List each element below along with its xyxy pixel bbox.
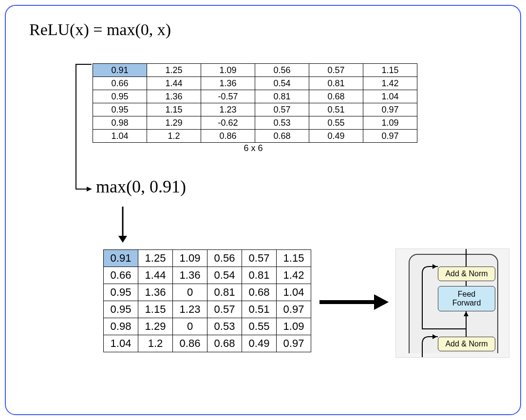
add-norm-block-top: Add & Norm (438, 267, 495, 281)
matrix-cell: 0.81 (255, 90, 309, 103)
add-norm-block-bottom: Add & Norm (438, 337, 495, 351)
output-matrix-6x6: 0.911.251.090.560.571.150.661.441.360.54… (103, 249, 311, 352)
matrix-cell: 1.25 (147, 64, 201, 77)
matrix-cell: 0.49 (242, 335, 277, 352)
matrix-cell: 1.29 (138, 318, 173, 335)
matrix-cell: -0.57 (201, 90, 255, 103)
feed-forward-label: Feed Forward (452, 290, 481, 308)
matrix-cell: 0.57 (207, 301, 242, 318)
matrix-cell: 0 (173, 318, 207, 335)
matrix-cell: 1.23 (173, 301, 207, 318)
matrix-cell: 0.68 (255, 130, 309, 143)
matrix-cell: 0.97 (277, 301, 311, 318)
matrix-cell: 1.23 (201, 103, 255, 116)
matrix-cell: 0.55 (242, 318, 277, 335)
matrix-cell: 1.09 (363, 116, 417, 130)
matrix-cell: 0.81 (207, 284, 242, 301)
matrix-cell: 1.04 (93, 130, 147, 143)
bracket-connector (74, 63, 94, 191)
matrix-cell: 0.56 (255, 64, 309, 77)
matrix-cell: 0.53 (207, 318, 242, 335)
matrix-cell: 1.36 (138, 284, 173, 301)
matrix-cell: 0.49 (309, 130, 363, 143)
matrix-cell: 1.09 (277, 318, 311, 335)
matrix-cell: 1.25 (138, 250, 173, 267)
matrix-cell: 1.15 (147, 103, 201, 116)
matrix-cell: 0.86 (173, 335, 207, 352)
matrix-cell: 1.04 (363, 90, 417, 103)
matrix-cell: 0.81 (309, 77, 363, 90)
matrix-cell: 0.81 (242, 267, 277, 284)
matrix-cell: 1.2 (147, 130, 201, 143)
right-arrow-icon (318, 292, 391, 312)
matrix-cell: 1.36 (147, 90, 201, 103)
input-matrix-6x6: 0.911.251.090.560.571.150.661.441.360.54… (93, 63, 417, 143)
matrix-cell: 1.36 (201, 77, 255, 90)
matrix-cell: 0.66 (104, 267, 138, 284)
matrix-cell: 0.97 (363, 130, 417, 143)
matrix-cell: 1.2 (138, 335, 173, 352)
matrix-cell: 0.56 (207, 250, 242, 267)
matrix-dims-label: 6 x 6 (93, 143, 414, 153)
matrix-cell: 0.57 (255, 103, 309, 116)
relu-explainer-card: ReLU(x) = max(0, x) 0.911.251.090.560.57… (5, 5, 521, 415)
matrix-cell: 0.51 (242, 301, 277, 318)
matrix-cell: 1.04 (104, 335, 138, 352)
matrix-cell: -0.62 (201, 116, 255, 130)
matrix-cell: 0 (173, 284, 207, 301)
matrix-cell: 0.98 (93, 116, 147, 130)
matrix-cell: 0.91 (104, 250, 138, 267)
matrix-cell: 0.55 (309, 116, 363, 130)
matrix-cell: 0.97 (277, 335, 311, 352)
matrix-cell: 1.15 (138, 301, 173, 318)
matrix-cell: 0.54 (255, 77, 309, 90)
matrix-cell: 0.57 (309, 64, 363, 77)
matrix-cell: 0.95 (104, 301, 138, 318)
matrix-cell: 1.15 (363, 64, 417, 77)
matrix-cell: 0.95 (93, 103, 147, 116)
matrix-cell: 0.68 (309, 90, 363, 103)
matrix-cell: 0.66 (93, 77, 147, 90)
matrix-cell: 0.95 (93, 90, 147, 103)
matrix-cell: 0.54 (207, 267, 242, 284)
matrix-cell: 1.15 (277, 250, 311, 267)
matrix-cell: 1.42 (277, 267, 311, 284)
matrix-cell: 1.44 (147, 77, 201, 90)
relu-formula: ReLU(x) = max(0, x) (29, 20, 171, 39)
matrix-cell: 1.09 (201, 64, 255, 77)
matrix-cell: 0.68 (207, 335, 242, 352)
matrix-cell: 0.91 (93, 64, 147, 77)
feed-forward-block: Feed Forward (438, 286, 495, 311)
matrix-cell: 0.98 (104, 318, 138, 335)
matrix-cell: 1.36 (173, 267, 207, 284)
matrix-cell: 0.68 (242, 284, 277, 301)
matrix-cell: 1.09 (173, 250, 207, 267)
matrix-cell: 0.97 (363, 103, 417, 116)
matrix-cell: 0.51 (309, 103, 363, 116)
down-arrow-icon (116, 206, 131, 245)
matrix-cell: 1.44 (138, 267, 173, 284)
max-computation: max(0, 0.91) (96, 176, 186, 197)
matrix-cell: 0.57 (242, 250, 277, 267)
matrix-cell: 0.86 (201, 130, 255, 143)
matrix-cell: 1.04 (277, 284, 311, 301)
transformer-block-thumbnail: Add & Norm Feed Forward Add & Norm (395, 248, 509, 358)
matrix-cell: 1.29 (147, 116, 201, 130)
matrix-cell: 1.42 (363, 77, 417, 90)
matrix-cell: 0.95 (104, 284, 138, 301)
matrix-cell: 0.53 (255, 116, 309, 130)
